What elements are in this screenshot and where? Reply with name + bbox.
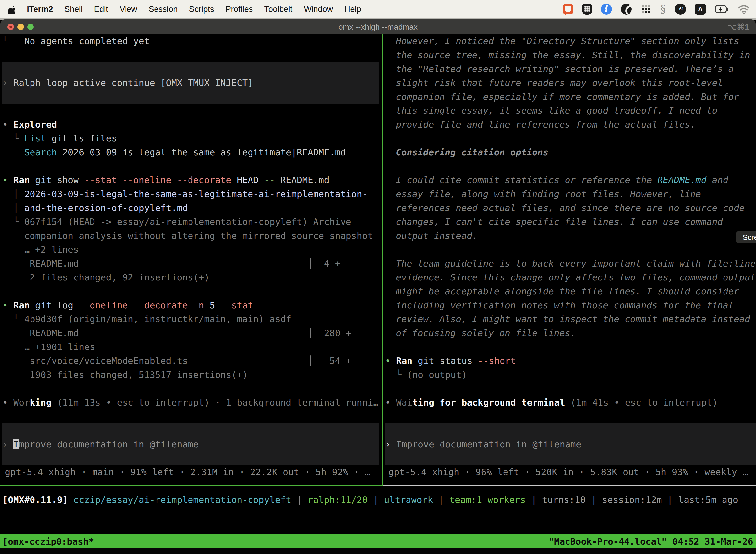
window-title: omx --xhigh --madmax	[0, 22, 756, 32]
a-badge-icon[interactable]: A	[695, 4, 706, 15]
menu-item-profiles[interactable]: Profiles	[226, 4, 253, 14]
menu-item-session[interactable]: Session	[148, 4, 178, 14]
crescent-disc-icon[interactable]	[621, 4, 632, 15]
apple-menu-icon[interactable]	[8, 5, 15, 14]
tmux-pane-border-left	[0, 486, 383, 486]
squiggle-icon[interactable]: §	[660, 4, 666, 15]
chat-capture-icon[interactable]	[563, 4, 573, 14]
disc-61-icon[interactable]: ..61	[675, 4, 686, 15]
tmux-pane-divider[interactable]	[382, 34, 383, 486]
screen-overlay-button[interactable]: Scre	[736, 231, 756, 243]
window-shortcut-badge: ⌥⌘1	[728, 22, 749, 32]
menu-item-scripts[interactable]: Scripts	[189, 4, 214, 14]
menu-item-window[interactable]: Window	[304, 4, 333, 14]
tmux-session-window: [omx-cczip0:bash*	[2, 536, 94, 547]
tmux-host-clock: "MacBook-Pro-44.local" 04:52 31-Mar-26	[549, 536, 753, 547]
menu-status-icons: § ..61 A	[563, 4, 756, 15]
tmux-pane-border-right	[383, 486, 756, 486]
menu-item-view[interactable]: View	[120, 4, 137, 14]
wifi-icon[interactable]	[738, 4, 750, 14]
window-titlebar[interactable]: omx --xhigh --madmax ⌥⌘1	[0, 19, 756, 34]
terminal-background	[0, 34, 756, 535]
shield-grid-icon[interactable]	[582, 4, 592, 15]
menu-items: iTerm2ShellEditViewSessionScriptsProfile…	[0, 4, 361, 14]
menu-item-help[interactable]: Help	[344, 4, 361, 14]
menu-item-edit[interactable]: Edit	[94, 4, 108, 14]
dots-grid-icon[interactable]	[641, 4, 651, 15]
menu-item-iterm2[interactable]: iTerm2	[27, 4, 53, 14]
battery-icon[interactable]	[715, 4, 729, 15]
screen-overlay-label: Scre	[743, 233, 756, 241]
menu-item-toolbelt[interactable]: Toolbelt	[264, 4, 293, 14]
macos-menu-bar: iTerm2ShellEditViewSessionScriptsProfile…	[0, 0, 756, 18]
tmux-status-bar: [omx-cczip0:bash* "MacBook-Pro-44.local"…	[0, 535, 756, 548]
blue-bolt-icon[interactable]	[601, 4, 612, 15]
menu-item-shell[interactable]: Shell	[64, 4, 82, 14]
